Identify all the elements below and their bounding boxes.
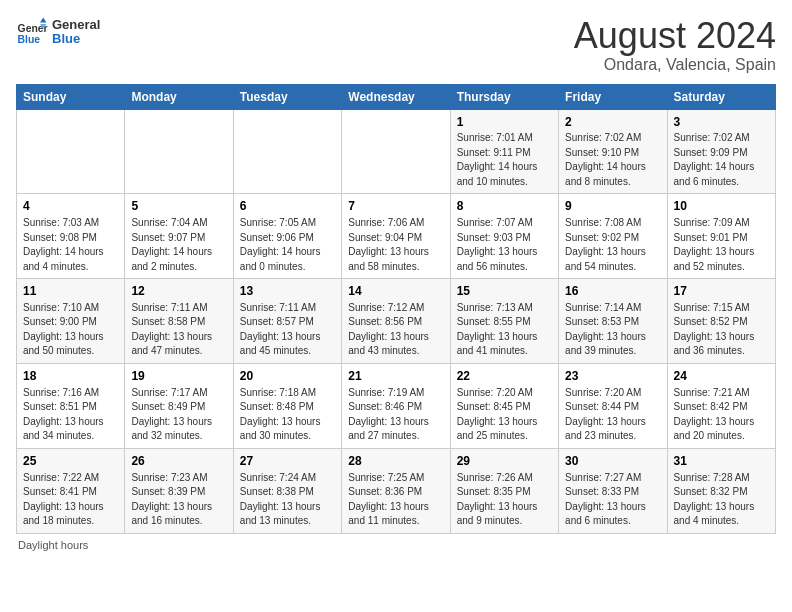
day-info: Sunrise: 7:27 AM Sunset: 8:33 PM Dayligh…: [565, 471, 660, 529]
page-header: General Blue General Blue August 2024 On…: [16, 16, 776, 74]
calendar-cell: 31Sunrise: 7:28 AM Sunset: 8:32 PM Dayli…: [667, 448, 775, 533]
day-info: Sunrise: 7:20 AM Sunset: 8:44 PM Dayligh…: [565, 386, 660, 444]
day-info: Sunrise: 7:13 AM Sunset: 8:55 PM Dayligh…: [457, 301, 552, 359]
day-number: 6: [240, 198, 335, 215]
day-number: 2: [565, 114, 660, 131]
day-info: Sunrise: 7:09 AM Sunset: 9:01 PM Dayligh…: [674, 216, 769, 274]
day-info: Sunrise: 7:10 AM Sunset: 9:00 PM Dayligh…: [23, 301, 118, 359]
day-number: 19: [131, 368, 226, 385]
page-title: August 2024: [574, 16, 776, 56]
calendar-cell: [125, 109, 233, 194]
day-info: Sunrise: 7:16 AM Sunset: 8:51 PM Dayligh…: [23, 386, 118, 444]
calendar-cell: 27Sunrise: 7:24 AM Sunset: 8:38 PM Dayli…: [233, 448, 341, 533]
day-number: 5: [131, 198, 226, 215]
page-subtitle: Ondara, Valencia, Spain: [574, 56, 776, 74]
day-info: Sunrise: 7:22 AM Sunset: 8:41 PM Dayligh…: [23, 471, 118, 529]
calendar-cell: 29Sunrise: 7:26 AM Sunset: 8:35 PM Dayli…: [450, 448, 558, 533]
col-header-wednesday: Wednesday: [342, 84, 450, 109]
calendar-cell: 30Sunrise: 7:27 AM Sunset: 8:33 PM Dayli…: [559, 448, 667, 533]
day-info: Sunrise: 7:17 AM Sunset: 8:49 PM Dayligh…: [131, 386, 226, 444]
calendar-week-5: 25Sunrise: 7:22 AM Sunset: 8:41 PM Dayli…: [17, 448, 776, 533]
day-number: 18: [23, 368, 118, 385]
day-info: Sunrise: 7:26 AM Sunset: 8:35 PM Dayligh…: [457, 471, 552, 529]
day-info: Sunrise: 7:24 AM Sunset: 8:38 PM Dayligh…: [240, 471, 335, 529]
col-header-tuesday: Tuesday: [233, 84, 341, 109]
day-info: Sunrise: 7:02 AM Sunset: 9:10 PM Dayligh…: [565, 131, 660, 189]
day-number: 23: [565, 368, 660, 385]
calendar-week-1: 1Sunrise: 7:01 AM Sunset: 9:11 PM Daylig…: [17, 109, 776, 194]
day-number: 7: [348, 198, 443, 215]
calendar-cell: 25Sunrise: 7:22 AM Sunset: 8:41 PM Dayli…: [17, 448, 125, 533]
day-info: Sunrise: 7:11 AM Sunset: 8:57 PM Dayligh…: [240, 301, 335, 359]
calendar-cell: [233, 109, 341, 194]
day-number: 1: [457, 114, 552, 131]
footer-note: Daylight hours: [16, 539, 776, 551]
day-info: Sunrise: 7:01 AM Sunset: 9:11 PM Dayligh…: [457, 131, 552, 189]
calendar-week-2: 4Sunrise: 7:03 AM Sunset: 9:08 PM Daylig…: [17, 194, 776, 279]
day-number: 17: [674, 283, 769, 300]
calendar-cell: [342, 109, 450, 194]
calendar-cell: 26Sunrise: 7:23 AM Sunset: 8:39 PM Dayli…: [125, 448, 233, 533]
day-number: 12: [131, 283, 226, 300]
day-info: Sunrise: 7:28 AM Sunset: 8:32 PM Dayligh…: [674, 471, 769, 529]
day-number: 31: [674, 453, 769, 470]
day-info: Sunrise: 7:15 AM Sunset: 8:52 PM Dayligh…: [674, 301, 769, 359]
day-number: 14: [348, 283, 443, 300]
day-number: 20: [240, 368, 335, 385]
col-header-saturday: Saturday: [667, 84, 775, 109]
day-number: 27: [240, 453, 335, 470]
calendar-cell: 3Sunrise: 7:02 AM Sunset: 9:09 PM Daylig…: [667, 109, 775, 194]
day-number: 10: [674, 198, 769, 215]
calendar-cell: 12Sunrise: 7:11 AM Sunset: 8:58 PM Dayli…: [125, 279, 233, 364]
day-number: 24: [674, 368, 769, 385]
day-info: Sunrise: 7:25 AM Sunset: 8:36 PM Dayligh…: [348, 471, 443, 529]
calendar-cell: 11Sunrise: 7:10 AM Sunset: 9:00 PM Dayli…: [17, 279, 125, 364]
calendar-cell: 17Sunrise: 7:15 AM Sunset: 8:52 PM Dayli…: [667, 279, 775, 364]
day-number: 25: [23, 453, 118, 470]
day-number: 16: [565, 283, 660, 300]
logo: General Blue General Blue: [16, 16, 100, 48]
day-number: 8: [457, 198, 552, 215]
day-number: 4: [23, 198, 118, 215]
day-number: 9: [565, 198, 660, 215]
calendar-week-3: 11Sunrise: 7:10 AM Sunset: 9:00 PM Dayli…: [17, 279, 776, 364]
day-number: 21: [348, 368, 443, 385]
calendar-cell: 1Sunrise: 7:01 AM Sunset: 9:11 PM Daylig…: [450, 109, 558, 194]
calendar-cell: 24Sunrise: 7:21 AM Sunset: 8:42 PM Dayli…: [667, 363, 775, 448]
day-number: 26: [131, 453, 226, 470]
calendar-cell: 18Sunrise: 7:16 AM Sunset: 8:51 PM Dayli…: [17, 363, 125, 448]
col-header-friday: Friday: [559, 84, 667, 109]
day-info: Sunrise: 7:19 AM Sunset: 8:46 PM Dayligh…: [348, 386, 443, 444]
calendar-cell: 16Sunrise: 7:14 AM Sunset: 8:53 PM Dayli…: [559, 279, 667, 364]
calendar-cell: 22Sunrise: 7:20 AM Sunset: 8:45 PM Dayli…: [450, 363, 558, 448]
day-info: Sunrise: 7:18 AM Sunset: 8:48 PM Dayligh…: [240, 386, 335, 444]
day-info: Sunrise: 7:23 AM Sunset: 8:39 PM Dayligh…: [131, 471, 226, 529]
calendar-cell: 19Sunrise: 7:17 AM Sunset: 8:49 PM Dayli…: [125, 363, 233, 448]
day-info: Sunrise: 7:12 AM Sunset: 8:56 PM Dayligh…: [348, 301, 443, 359]
day-info: Sunrise: 7:20 AM Sunset: 8:45 PM Dayligh…: [457, 386, 552, 444]
logo-blue-text: Blue: [52, 32, 100, 46]
col-header-monday: Monday: [125, 84, 233, 109]
calendar-cell: 9Sunrise: 7:08 AM Sunset: 9:02 PM Daylig…: [559, 194, 667, 279]
calendar-cell: 6Sunrise: 7:05 AM Sunset: 9:06 PM Daylig…: [233, 194, 341, 279]
day-number: 30: [565, 453, 660, 470]
calendar-cell: 7Sunrise: 7:06 AM Sunset: 9:04 PM Daylig…: [342, 194, 450, 279]
calendar-header-row: SundayMondayTuesdayWednesdayThursdayFrid…: [17, 84, 776, 109]
day-info: Sunrise: 7:03 AM Sunset: 9:08 PM Dayligh…: [23, 216, 118, 274]
day-info: Sunrise: 7:11 AM Sunset: 8:58 PM Dayligh…: [131, 301, 226, 359]
logo-general-text: General: [52, 18, 100, 32]
day-info: Sunrise: 7:02 AM Sunset: 9:09 PM Dayligh…: [674, 131, 769, 189]
day-info: Sunrise: 7:07 AM Sunset: 9:03 PM Dayligh…: [457, 216, 552, 274]
calendar-cell: 8Sunrise: 7:07 AM Sunset: 9:03 PM Daylig…: [450, 194, 558, 279]
svg-text:Blue: Blue: [18, 34, 41, 45]
calendar-cell: 5Sunrise: 7:04 AM Sunset: 9:07 PM Daylig…: [125, 194, 233, 279]
calendar-cell: 4Sunrise: 7:03 AM Sunset: 9:08 PM Daylig…: [17, 194, 125, 279]
calendar-cell: 10Sunrise: 7:09 AM Sunset: 9:01 PM Dayli…: [667, 194, 775, 279]
calendar-cell: 15Sunrise: 7:13 AM Sunset: 8:55 PM Dayli…: [450, 279, 558, 364]
day-number: 3: [674, 114, 769, 131]
title-block: August 2024 Ondara, Valencia, Spain: [574, 16, 776, 74]
day-number: 15: [457, 283, 552, 300]
day-number: 29: [457, 453, 552, 470]
day-number: 28: [348, 453, 443, 470]
logo-icon: General Blue: [16, 16, 48, 48]
